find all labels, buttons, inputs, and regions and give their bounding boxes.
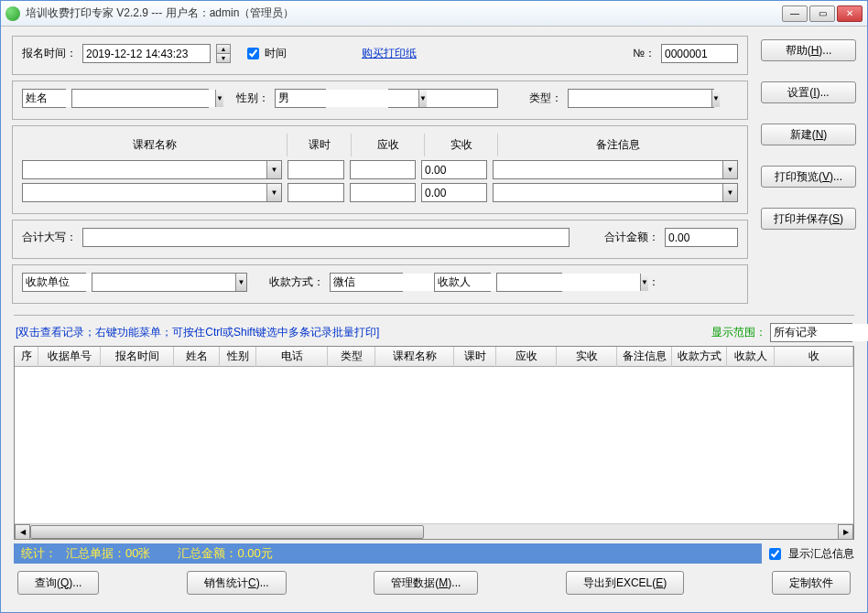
buy-paper-link[interactable]: 购买打印纸 [362,46,417,61]
course1-input[interactable] [23,161,266,178]
paid1-input[interactable] [421,160,487,179]
remark2-input[interactable] [494,184,722,201]
scope-label: 显示范围： [711,325,766,340]
gcol-regtime[interactable]: 报名时间 [101,347,174,367]
gcol-payee[interactable]: 收款人 [727,347,775,367]
gcol-hours[interactable]: 课时 [454,347,496,367]
hours2-input[interactable] [288,183,344,202]
dropdown-icon[interactable]: ▼ [640,274,648,291]
remark2-combo[interactable]: ▼ [493,183,738,202]
name-label-combo[interactable]: ▼ [22,89,66,108]
col-due: 应收 [352,134,425,156]
regtime-input[interactable] [82,44,211,63]
records-grid[interactable]: 序 收据单号 报名时间 姓名 性别 电话 类型 课程名称 课时 应收 实收 备注… [14,346,854,540]
total-cn-label: 合计大写： [22,230,77,245]
payment-panel: ▼ ▼ 收款方式： ▼ ▼ ▼ 缴费人签字： [12,264,748,304]
payee-combo[interactable]: ▼ [496,273,562,292]
paid2-input[interactable] [421,183,487,202]
pay-method-combo[interactable]: ▼ [330,273,403,292]
dropdown-icon[interactable]: ▼ [266,161,281,178]
payee-input[interactable] [497,274,640,291]
type-combo[interactable]: ▼ [568,89,714,108]
gcol-paid[interactable]: 实收 [557,347,617,367]
window-title: 培训收费打印专家 V2.2.9 --- 用户名：admin（管理员） [26,5,782,21]
bottom-toolbar: 查询(Q)... 销售统计C)... 管理数据(M)... 导出到EXCEL(E… [1,564,867,602]
gcol-extra[interactable]: 收 [775,347,853,367]
no-label: №： [633,46,656,61]
show-summary-label: 显示汇总信息 [788,546,854,562]
type-input[interactable] [569,90,711,107]
dropdown-icon[interactable]: ▼ [215,90,223,107]
settings-button[interactable]: 设置(I)... [761,81,856,103]
course2-combo[interactable]: ▼ [22,183,282,202]
remark1-combo[interactable]: ▼ [493,160,738,179]
total-amt-input[interactable] [665,228,738,247]
registration-panel: 报名时间： ▲▼ 时间 购买打印纸 №： [12,36,748,75]
custom-software-button[interactable]: 定制软件 [772,571,851,595]
gcol-due[interactable]: 应收 [496,347,557,367]
dropdown-icon[interactable]: ▼ [266,184,281,201]
new-button[interactable]: 新建(N) [761,124,856,145]
gender-input[interactable] [276,90,418,107]
remark1-input[interactable] [494,161,722,178]
query-button[interactable]: 查询(Q)... [17,571,99,595]
payee-label-combo[interactable]: ▼ [434,273,491,292]
payee-unit-combo[interactable]: ▼ [92,273,247,292]
export-excel-button[interactable]: 导出到EXCEL(E) [566,571,684,595]
gcol-paymethod[interactable]: 收款方式 [672,347,727,367]
scroll-track[interactable] [30,524,838,540]
course1-combo[interactable]: ▼ [22,160,282,179]
gcol-remark[interactable]: 备注信息 [617,347,672,367]
total-amt-label: 合计金额： [604,230,659,245]
show-summary-checkbox[interactable] [769,548,781,560]
horizontal-scrollbar[interactable]: ◀ ▶ [15,523,853,539]
stats-bar: 统计： 汇总单据：00张 汇总金额：0.00元 [14,543,762,564]
spin-up-icon[interactable]: ▲ [217,45,230,54]
time-checkbox[interactable] [247,48,259,59]
payee-unit-input[interactable] [92,274,235,291]
print-save-button[interactable]: 打印并保存(S) [761,208,856,230]
dropdown-icon[interactable]: ▼ [418,90,427,107]
print-preview-button[interactable]: 打印预览(V)... [761,166,856,188]
dropdown-icon[interactable]: ▼ [235,274,246,291]
total-panel: 合计大写： 合计金额： [12,220,748,259]
name-input[interactable] [72,90,215,107]
gender-combo[interactable]: ▼ [275,89,326,108]
gcol-seq[interactable]: 序 [15,347,38,367]
gcol-receipt[interactable]: 收据单号 [38,347,101,367]
close-button[interactable]: ✕ [837,5,863,22]
regtime-spinner[interactable]: ▲▼ [216,44,231,63]
scroll-left-icon[interactable]: ◀ [15,524,30,540]
course-panel: 课程名称 课时 应收 实收 备注信息 ▼ ▼ ▼ [12,125,748,214]
scope-input[interactable] [771,324,868,341]
help-button[interactable]: 帮助(H)... [761,39,856,61]
total-cn-input[interactable] [82,228,570,247]
scroll-thumb[interactable] [30,525,424,539]
col-course: 课程名称 [22,134,288,156]
payee-unit-label-combo[interactable]: ▼ [22,273,86,292]
hours1-input[interactable] [288,160,344,179]
scope-combo[interactable]: ▼ [770,323,852,342]
manage-data-button[interactable]: 管理数据(M)... [374,571,478,595]
course2-input[interactable] [23,184,266,201]
due1-input[interactable] [350,160,416,179]
gcol-type[interactable]: 类型 [328,347,375,367]
name-combo[interactable]: ▼ [71,89,209,108]
maximize-button[interactable]: ▭ [809,5,835,22]
scroll-right-icon[interactable]: ▶ [838,524,853,540]
titlebar: 培训收费打印专家 V2.2.9 --- 用户名：admin（管理员） — ▭ ✕ [1,1,867,27]
gcol-gender[interactable]: 性别 [220,347,256,367]
gcol-name[interactable]: 姓名 [174,347,220,367]
due2-input[interactable] [350,183,416,202]
dropdown-icon[interactable]: ▼ [711,90,720,107]
spin-down-icon[interactable]: ▼ [217,54,230,62]
gcol-course[interactable]: 课程名称 [375,347,454,367]
dropdown-icon[interactable]: ▼ [722,161,737,178]
col-paid: 实收 [425,134,498,156]
sales-stats-button[interactable]: 销售统计C)... [187,571,287,595]
minimize-button[interactable]: — [782,5,808,22]
regtime-label: 报名时间： [22,46,77,61]
gcol-phone[interactable]: 电话 [256,347,328,367]
no-input[interactable] [661,44,738,63]
dropdown-icon[interactable]: ▼ [722,184,737,201]
